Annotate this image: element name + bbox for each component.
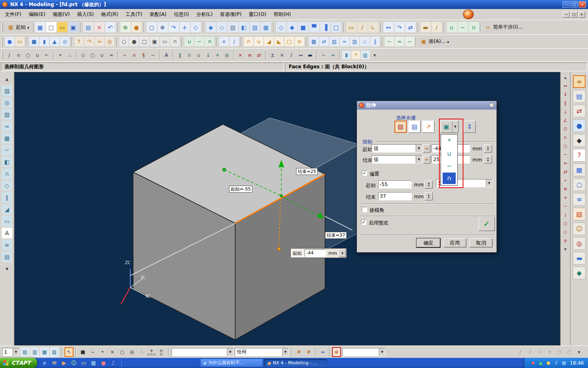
back-view-icon[interactable]: □ bbox=[331, 22, 341, 32]
boolean-target-combo[interactable]: ▣ bbox=[440, 121, 459, 133]
layer-category-icon[interactable]: ▧ bbox=[50, 347, 59, 357]
move-object-icon[interactable]: ↔ bbox=[383, 22, 394, 32]
conic-tool-icon[interactable]: ∩ bbox=[130, 51, 138, 59]
toolbar-grip[interactable] bbox=[2, 37, 3, 46]
draft-angle-icon[interactable]: ◣ bbox=[274, 37, 284, 46]
music-player-icon[interactable]: ♪ bbox=[109, 359, 117, 367]
wireframe-view-icon[interactable]: ◇ bbox=[217, 22, 227, 32]
combo-arrow-icon[interactable] bbox=[282, 348, 288, 356]
trim-body-icon[interactable]: × bbox=[219, 37, 229, 46]
layer-visible-icon[interactable]: ▤ bbox=[20, 347, 29, 357]
bridge-curve-tool-icon[interactable]: ∩ bbox=[185, 51, 194, 59]
offset-checkbox[interactable] bbox=[362, 171, 367, 176]
limit-start-spinner[interactable] bbox=[484, 144, 492, 153]
spline-tool-icon[interactable]: ~ bbox=[120, 51, 129, 59]
line-tool-icon[interactable]: / bbox=[5, 51, 13, 59]
maximize-button[interactable]: □ bbox=[570, 1, 578, 8]
divide-curve-tool-icon[interactable]: / bbox=[287, 51, 296, 59]
extra-filter-combo[interactable] bbox=[342, 348, 385, 356]
desktop-shortcut-icon[interactable]: ▦ bbox=[89, 359, 98, 367]
agent-tray-icon[interactable]: ▲ bbox=[537, 359, 544, 366]
snap-quadrant-icon[interactable]: ◎ bbox=[127, 347, 136, 357]
internet-explorer-icon[interactable]: e bbox=[40, 359, 49, 367]
constraint-collinear-icon[interactable]: ≡ bbox=[561, 185, 569, 193]
pad-icon[interactable]: ▣ bbox=[150, 37, 159, 46]
menu-item-10[interactable]: 窗口(O) bbox=[245, 9, 270, 20]
limit-start-type-combo[interactable]: 值 bbox=[372, 144, 422, 153]
pocket-icon[interactable]: □ bbox=[140, 37, 149, 46]
perimeter-dimension-icon[interactable]: ○ bbox=[561, 220, 569, 227]
reverse-direction-button[interactable]: ↕ bbox=[463, 121, 476, 133]
combo-arrow-icon[interactable] bbox=[452, 121, 458, 132]
taskbar-task-0[interactable]: e为什么我有时不... bbox=[200, 359, 263, 367]
face-analysis-view-icon[interactable]: ▧ bbox=[250, 22, 260, 32]
constraint-navigator-icon[interactable]: ⇄ bbox=[573, 105, 586, 117]
right-view-icon[interactable]: ▐ bbox=[320, 22, 330, 32]
graduation-cap-icon[interactable]: ◆ bbox=[573, 134, 586, 147]
point-tool-icon[interactable]: • bbox=[56, 51, 65, 59]
fill-surface-icon[interactable]: ▤ bbox=[2, 251, 12, 262]
through-curves-surface-icon[interactable]: ≈ bbox=[2, 121, 12, 132]
end-offset-label[interactable]: 结束=37 bbox=[325, 232, 347, 239]
mirror-body-icon[interactable]: ⇄ bbox=[319, 37, 329, 46]
law-curve-tool-icon[interactable]: ~ bbox=[149, 51, 157, 59]
helix-tool-icon[interactable]: § bbox=[139, 51, 148, 59]
top-view-icon[interactable]: ▀ bbox=[309, 22, 319, 32]
surface-panel-tool-icon[interactable]: ▧ bbox=[361, 51, 370, 59]
toolbar-grip[interactable] bbox=[2, 23, 3, 32]
limit-end-expression-button[interactable]: = bbox=[423, 155, 430, 164]
combine-curve-tool-icon[interactable]: + bbox=[213, 51, 222, 59]
revolve-icon[interactable]: ↷ bbox=[85, 37, 94, 46]
constraint-fixed-icon[interactable]: + bbox=[561, 194, 569, 202]
inferred-dimension-icon[interactable]: ± bbox=[561, 237, 569, 245]
groove-icon[interactable]: ∩ bbox=[170, 37, 180, 46]
minimize-button[interactable]: — bbox=[562, 1, 570, 8]
trim-curve-tool-icon[interactable]: × bbox=[278, 51, 286, 59]
snap-arc-center-icon[interactable]: ○ bbox=[118, 347, 127, 357]
intersect-icon[interactable]: ∩ bbox=[205, 37, 214, 46]
hyperbola-tool-icon[interactable]: ≈ bbox=[107, 51, 116, 59]
apply-button[interactable]: 应用 bbox=[443, 238, 466, 247]
media-player-icon[interactable]: ▶ bbox=[60, 359, 68, 367]
sew-icon[interactable]: ≈ bbox=[340, 37, 349, 46]
parabola-tool-icon[interactable]: ∪ bbox=[98, 51, 106, 59]
split-body-icon[interactable]: / bbox=[229, 37, 239, 46]
menu-item-0[interactable]: 文件(F) bbox=[1, 9, 25, 20]
stretch-curve-tool-icon[interactable]: ↔ bbox=[296, 51, 305, 59]
grid-snap-icon[interactable]: # bbox=[294, 347, 303, 357]
offset-start-value-field[interactable]: -55 bbox=[378, 180, 412, 188]
antivirus-tray-icon[interactable]: ◆ bbox=[529, 359, 536, 366]
trimetric-view-icon[interactable]: ◆ bbox=[287, 22, 297, 32]
chamfer-icon[interactable]: ◢ bbox=[264, 37, 274, 46]
window-titlebar[interactable]: NX 4 - Modeling - [fd.prt （修改的）] — □ × bbox=[0, 0, 588, 9]
scroll-up-icon[interactable]: ▴ bbox=[2, 74, 12, 84]
studio-view-icon[interactable]: ◧ bbox=[239, 22, 249, 32]
menu-item-8[interactable]: 分析(L) bbox=[193, 9, 216, 20]
copy-icon[interactable]: ▤ bbox=[83, 22, 94, 32]
datum-plane-icon[interactable]: ▭ bbox=[346, 22, 356, 32]
rotate-view-icon[interactable]: ↷ bbox=[169, 22, 179, 32]
folder-shortcut-icon[interactable]: ▭ bbox=[80, 359, 88, 367]
bridge-surface-icon[interactable]: ∩ bbox=[2, 168, 12, 179]
screen-display-icon[interactable]: ▦ bbox=[35, 22, 45, 32]
bounded-plane-icon[interactable]: ▭ bbox=[2, 216, 12, 227]
taskbar-task-1[interactable]: ◆NX 4 - Modeling - ... bbox=[264, 359, 327, 367]
start-offset-label[interactable]: 起始=-55 bbox=[229, 186, 252, 193]
extract-curve-tool-icon[interactable]: ⇄ bbox=[255, 51, 263, 59]
scale-body-icon[interactable]: ◇ bbox=[360, 37, 370, 46]
chain-link-icon[interactable]: ∞ bbox=[573, 75, 586, 88]
simple-interference-button[interactable]: ∞ 简单干涉(I)... bbox=[482, 23, 525, 31]
rotate-object-icon[interactable]: ↷ bbox=[394, 22, 405, 32]
section-surface-icon[interactable]: ◧ bbox=[2, 157, 12, 167]
extruded-surface-icon[interactable]: ▧ bbox=[2, 85, 12, 96]
circle-style-disabled-icon[interactable]: ○ bbox=[565, 347, 574, 357]
ruler-measure-icon[interactable]: ▬ bbox=[421, 22, 431, 32]
toolbar-grip[interactable] bbox=[2, 51, 3, 60]
internet-ball-icon[interactable]: ● bbox=[573, 119, 586, 132]
wrap-curve-tool-icon[interactable]: ◎ bbox=[223, 51, 231, 59]
limit-end-spinner[interactable] bbox=[484, 155, 492, 164]
messenger-icon[interactable]: ☺ bbox=[70, 359, 78, 367]
facet-view-icon[interactable]: ▩ bbox=[261, 22, 271, 32]
fillet-tool-icon[interactable]: ∪ bbox=[33, 51, 42, 59]
boolean-unite-icon[interactable]: ∪ bbox=[443, 148, 456, 159]
